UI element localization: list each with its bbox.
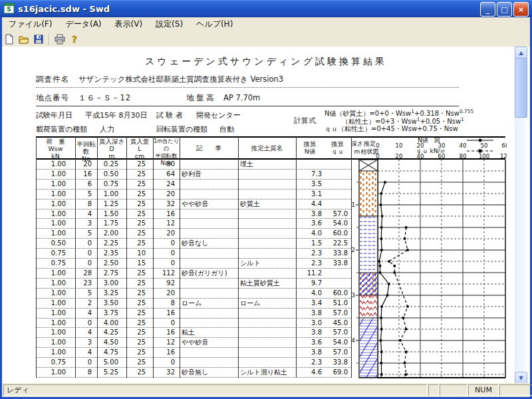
table-cell: 3.8 xyxy=(296,209,322,219)
svg-text:60: 60 xyxy=(502,142,507,149)
open-icon xyxy=(19,34,29,45)
table-cell: 4.25 xyxy=(97,328,118,337)
table-cell: 25 xyxy=(126,200,146,209)
table-cell: 25 xyxy=(126,368,146,377)
open-button[interactable] xyxy=(17,33,31,46)
table-cell: 25 xyxy=(126,279,146,288)
menu-item-4[interactable]: ヘルプ(H) xyxy=(190,17,239,31)
table-cell: 1.00 xyxy=(36,209,66,219)
table-row: 0.7502.50150シルト2.333.8 xyxy=(36,259,351,269)
soil-column-chart: 1234深さm推定柱状図N値 回0102030405060ｑｕ kN/㎡0204… xyxy=(347,137,507,379)
table-cell: 1.00 xyxy=(36,160,66,169)
table-cell: 24 xyxy=(153,180,175,189)
save-button[interactable] xyxy=(31,33,46,46)
table-cell: 2.35 xyxy=(97,249,118,258)
table-cell: 4.6 xyxy=(296,368,322,377)
scroll-down-button[interactable]: ▼ xyxy=(515,372,527,383)
table-cell: 3.5 xyxy=(296,180,322,189)
table-cell: 1.00 xyxy=(36,368,66,377)
table-cell: 4 xyxy=(75,209,92,219)
table-cell: 0 xyxy=(75,319,92,328)
table-cell: 8 xyxy=(75,368,92,377)
table-cell: 1.00 xyxy=(97,190,118,199)
table-cell: 25 xyxy=(126,239,146,248)
new-button[interactable] xyxy=(2,33,17,46)
svg-text:80: 80 xyxy=(460,153,467,160)
table-cell: 12 xyxy=(153,219,175,228)
table-grid-line xyxy=(36,137,37,378)
table-cell: 23 xyxy=(75,279,92,288)
table-cell: 3 xyxy=(75,338,92,347)
table-cell: 1.00 xyxy=(36,200,66,209)
table-cell: 57.0 xyxy=(324,328,348,337)
rotation-device-value: 自動 xyxy=(219,124,234,134)
print-icon xyxy=(55,34,65,45)
table-row: 1.0041.5025163.857.0 xyxy=(36,209,351,219)
formula-line-2: ｑｕ（粘性土）=0+45・Wsw+0.75・Nsw xyxy=(325,124,458,134)
table-cell: 32 xyxy=(153,368,175,377)
table-cell: 3.8 xyxy=(296,348,322,357)
table-cell: 砂音(ガリガリ) xyxy=(182,269,238,278)
table-cell: 粘土質砂質土 xyxy=(240,279,296,288)
scrollbar-thumb[interactable] xyxy=(515,58,527,118)
table-cell: 2.75 xyxy=(97,269,118,278)
title-bar[interactable]: S s16jacic.sdw - Swd _ □ × xyxy=(0,0,532,17)
table-cell: 3.8 xyxy=(296,328,322,337)
table-row: 1.0085.252532砂音無しシルト混り粘土4.669.0 xyxy=(36,368,351,378)
table-cell: 16 xyxy=(153,328,175,337)
window-title: s16jacic.sdw - Swd xyxy=(18,4,110,14)
column-header-7: 換算N値 xyxy=(296,140,324,155)
table-cell: 7.3 xyxy=(296,170,322,179)
table-cell: 1.00 xyxy=(36,180,66,189)
table-row: 0.5002.25250砂音なし1.522.5 xyxy=(36,239,351,249)
table-cell: 1.50 xyxy=(97,209,118,219)
table-cell: ローム xyxy=(240,299,296,308)
maximize-button[interactable]: □ xyxy=(497,2,512,17)
table-cell: 3.1 xyxy=(296,190,322,199)
table-cell: 25 xyxy=(126,299,146,308)
svg-text:40: 40 xyxy=(460,142,467,149)
svg-text:m: m xyxy=(354,148,360,155)
rotation-device-label: 回転装置の種類 xyxy=(156,124,207,134)
table-cell: 5.00 xyxy=(97,358,118,367)
table-cell: 0.75 xyxy=(36,358,66,367)
vertical-scrollbar[interactable]: ▲ ▼ xyxy=(515,47,526,383)
survey-name-value: サザンテック株式会社邸新築土質調査換算表付き Version3 xyxy=(78,74,283,84)
print-button[interactable] xyxy=(53,33,67,46)
dotted-divider xyxy=(36,87,459,88)
table-row: 0.7502.351002.333.8 xyxy=(36,249,351,259)
table-cell: 45.0 xyxy=(324,319,348,328)
table-cell: 69.0 xyxy=(324,368,348,377)
table-row: 1.0052.0025204.060.0 xyxy=(36,229,351,239)
table-cell: 1.00 xyxy=(36,219,66,228)
status-bar: レディ NUM xyxy=(2,383,530,397)
table-row: 1.00200.252580埋土 xyxy=(36,160,351,170)
table-cell: 3.6 xyxy=(296,338,322,347)
menu-item-2[interactable]: 表示(V) xyxy=(108,17,150,31)
table-row: 1.00160.502564砂利音7.3 xyxy=(36,170,351,180)
table-cell: 4.75 xyxy=(97,348,118,357)
table-cell: 0.75 xyxy=(97,180,118,189)
table-cell: 25 xyxy=(126,190,146,199)
table-cell: 砂音無し xyxy=(182,368,238,377)
load-device-label: 載荷装置の種類 xyxy=(36,124,87,134)
table-cell: 5 xyxy=(75,190,92,199)
table-cell: 4.50 xyxy=(97,338,118,347)
help-button[interactable]: ? xyxy=(67,33,82,46)
table-cell: やや砂音 xyxy=(182,338,238,347)
svg-text:3: 3 xyxy=(351,292,355,299)
svg-text:2: 2 xyxy=(351,247,355,253)
table-cell: 0 xyxy=(75,358,92,367)
table-cell: 1.00 xyxy=(36,319,66,328)
menu-item-1[interactable]: データ(A) xyxy=(59,17,108,31)
close-button[interactable]: × xyxy=(513,2,529,17)
minimize-button[interactable]: _ xyxy=(480,2,495,17)
menu-item-0[interactable]: ファイル(F) xyxy=(2,17,59,31)
table-row: 1.0051.0025203.1 xyxy=(36,190,351,200)
menu-item-3[interactable]: 設定(S) xyxy=(149,17,190,31)
table-cell: 2.3 xyxy=(296,249,322,258)
svg-text:100: 100 xyxy=(479,153,489,160)
table-row: 0.7505.002502.333.8 xyxy=(36,358,351,368)
tester-label: 試 験 者 xyxy=(156,110,183,120)
table-cell: 25 xyxy=(126,180,146,189)
